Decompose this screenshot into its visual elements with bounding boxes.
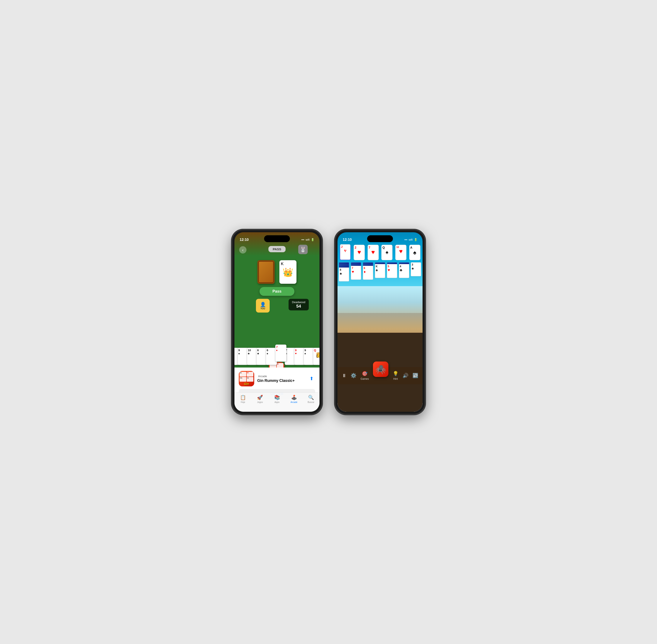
spider-volume-button[interactable]: 🔊 <box>403 373 408 378</box>
spider-game-screen: 12:10 ▪▪▪ wifi 🔋 ‹ <box>338 232 423 412</box>
tab-apps-1[interactable]: 📚 Apps <box>268 395 285 404</box>
stack-card-face-6[interactable]: 4♣ <box>399 264 409 278</box>
gin-arcade-label: Arcade <box>257 374 305 378</box>
gin-app-card-content: 8♣ 9♥ 10♠ J♣ Gin <box>239 371 315 386</box>
you-avatar-icon: 👤 <box>260 302 266 307</box>
arcade-icon-1: 🕹️ <box>291 395 297 400</box>
spider-pause-button[interactable]: ⏸ <box>342 373 346 378</box>
gin-hand-cards: 8 ♣ 9 ♠ 10 ♣ <box>234 345 319 365</box>
hand-card-10[interactable]: Q 👸 <box>313 348 319 365</box>
status-icons-2: ▪▪▪ wifi 🔋 <box>404 238 417 241</box>
stack-card-face-2[interactable]: 7♥ <box>351 266 361 280</box>
share-icon-1: ⬆ <box>310 376 314 382</box>
phone-1: 12:10 ▪▪▪ wifi 🔋 ‹ <box>232 230 322 414</box>
signal-icon-2: ▪▪▪ <box>404 238 407 241</box>
gin-app-info: Arcade Gin Rummy Classic+ <box>257 374 305 383</box>
back-arrow-icon: ‹ <box>242 248 244 252</box>
stack-col-6: 4♣ <box>399 262 409 281</box>
status-icons-1: ▪▪▪ wifi 🔋 <box>301 238 314 241</box>
spider-undo-button[interactable]: ↩️ <box>412 373 418 378</box>
volume-icon-2: 🔊 <box>403 373 408 378</box>
tab-jogos-1[interactable]: 🚀 Jogos <box>251 395 268 404</box>
battery-icon: 🔋 <box>311 238 314 241</box>
stack-col-4: K♠ <box>375 262 385 281</box>
dynamic-island-2 <box>367 235 393 242</box>
spider-settings-button[interactable]: ⚙️ <box>350 373 357 378</box>
phones-container: 12:10 ▪▪▪ wifi 🔋 ‹ <box>232 230 425 414</box>
undo-icon: ↩️ <box>412 373 418 378</box>
spider-games-button[interactable]: 🎯 Games <box>361 371 369 381</box>
queen-face: 👸 <box>314 352 319 358</box>
back-arrow-icon-2: ‹ <box>345 248 347 252</box>
dynamic-island-1 <box>264 235 290 242</box>
stack-card-face-1[interactable]: 8♠ <box>339 268 349 281</box>
stack-card-face-5[interactable]: 5♥ <box>387 264 397 278</box>
gin-deadwood-score: Deadwood 54 <box>289 299 309 310</box>
wifi-icon: wifi <box>305 238 310 241</box>
stack-col-7: 3♠ <box>411 262 421 281</box>
spider-app-icon-toolbar: 🕷️ <box>373 362 388 377</box>
gin-card-piles: 31 K 👑 <box>257 260 296 284</box>
stack-col-3: 6♦ <box>363 262 373 281</box>
hoje-icon-1: 📋 <box>240 395 246 400</box>
stack-card-face-7[interactable]: 3♠ <box>411 262 421 276</box>
status-time-2: 12:10 <box>343 238 352 242</box>
gin-app-icon: 8♣ 9♥ 10♠ J♣ Gin <box>239 371 254 386</box>
gin-back-button[interactable]: ‹ <box>239 246 247 254</box>
gin-deck-card[interactable]: 31 <box>257 260 275 284</box>
spider-hint-button[interactable]: 💡 Hint <box>393 371 399 381</box>
stack-col-2: 7♥ <box>351 262 361 281</box>
foundation-pile-4[interactable]: Q ♠ <box>381 245 392 260</box>
stack-col-1: 8♠ <box>339 262 349 281</box>
spider-back-button[interactable]: ‹ <box>342 246 349 254</box>
foundation-pile-5[interactable]: 10 ♥ <box>395 245 406 260</box>
buscar-icon-1: 🔍 <box>308 395 314 400</box>
spider-toolbar: ⏸ ⚙️ 🎯 Games 🕷️ <box>338 367 423 384</box>
spider-foundation-row: J ♥ 2 ♥ 7 ♥ <box>338 245 423 260</box>
king-face: 👑 <box>281 267 295 277</box>
gin-pass-header-button[interactable]: PASS <box>268 246 286 252</box>
stack-card-face-4[interactable]: K♠ <box>375 264 385 278</box>
games-icon: 🎯 <box>362 371 368 376</box>
wave-bg <box>338 286 423 340</box>
phone-screen-1: 12:10 ▪▪▪ wifi 🔋 ‹ <box>234 232 319 412</box>
wifi-icon-2: wifi <box>409 238 413 241</box>
gin-you-badge: 👤 YOU <box>256 299 270 313</box>
gin-share-button[interactable]: ⬆ <box>308 375 315 382</box>
gin-discard-pile[interactable]: K 👑 <box>279 260 296 284</box>
status-time-1: 12:10 <box>240 238 249 242</box>
phone-frame-1: 12:10 ▪▪▪ wifi 🔋 ‹ <box>232 230 322 414</box>
phone-frame-2: 12:10 ▪▪▪ wifi 🔋 ‹ <box>335 230 425 414</box>
jogos-icon-1: 🚀 <box>257 395 263 400</box>
foundation-pile-6[interactable]: A ♠ <box>409 245 421 260</box>
hand-card-6[interactable]: 7 ♦ <box>275 345 287 362</box>
signal-icon: ▪▪▪ <box>301 238 304 241</box>
phone-screen-2: 12:10 ▪▪▪ wifi 🔋 ‹ <box>338 232 423 412</box>
tab-arcade-1[interactable]: 🕹️ Arcade <box>286 395 302 404</box>
king-rank: K <box>281 262 284 266</box>
spider-stacks-area: 8♠ 7♥ <box>338 262 423 281</box>
foundation-pile-3[interactable]: 7 ♥ <box>368 245 379 260</box>
gin-game-screen: 12:10 ▪▪▪ wifi 🔋 ‹ <box>234 232 319 412</box>
tab-buscar-1[interactable]: 🔍 Buscar <box>302 395 319 404</box>
gin-rabbit-avatar: 🐰 <box>298 245 308 254</box>
bulb-icon-2: 💡 <box>393 371 399 376</box>
stack-card-face-3[interactable]: 6♦ <box>363 266 373 280</box>
gear-icon-2: ⚙️ <box>350 373 357 378</box>
rabbit-icon: 🐰 <box>300 247 306 252</box>
phone-2: 12:10 ▪▪▪ wifi 🔋 ‹ <box>335 230 425 414</box>
gin-tab-bar: 📋 Hoje 🚀 Jogos 📚 Apps 🕹️ <box>234 392 319 412</box>
foundation-pile-2[interactable]: 2 ♥ <box>354 245 365 260</box>
battery-icon-2: 🔋 <box>414 238 417 241</box>
gin-app-title: Gin Rummy Classic+ <box>257 378 305 383</box>
apps-icon-1: 📚 <box>274 395 280 400</box>
pause-icon-2: ⏸ <box>342 373 346 378</box>
stack-col-5: 5♥ <box>387 262 397 281</box>
gin-pass-green-button[interactable]: Pass <box>259 287 294 296</box>
tab-hoje-1[interactable]: 📋 Hoje <box>234 395 251 404</box>
